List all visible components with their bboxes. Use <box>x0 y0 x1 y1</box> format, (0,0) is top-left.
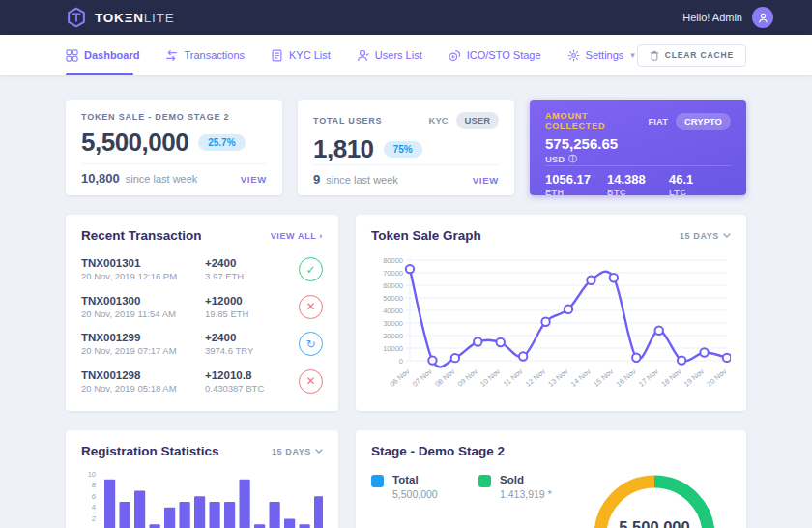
svg-text:16 Nov: 16 Nov <box>615 367 638 388</box>
tx-crypto-amount: 3974.6 TRY <box>205 345 299 356</box>
stage-legend: Total 5,500,000 Sold 1,413,919 * <box>371 474 572 528</box>
svg-text:50000: 50000 <box>383 294 403 303</box>
tab-ico-sto-stage[interactable]: ICO/STO Stage <box>449 35 541 75</box>
svg-text:60000: 60000 <box>383 281 403 290</box>
tab-label: ICO/STO Stage <box>467 49 541 61</box>
tab-settings[interactable]: Settings ▾ <box>567 35 635 75</box>
transaction-row[interactable]: TNX001300 20 Nov, 2019 11:54 AM +12000 1… <box>81 288 323 326</box>
crypto-amount-ltc: 46.1 LTC <box>669 172 731 197</box>
svg-text:2: 2 <box>92 514 96 523</box>
panel-title: Token Sale Graph <box>371 228 481 243</box>
token-sale-card: TOKEN SALE - DEMO STAGE 2 5,500,000 25.7… <box>66 100 282 195</box>
tab-kyc-list[interactable]: KYC List <box>271 35 331 75</box>
brand-name: TOKΞNLITE <box>95 11 175 25</box>
total-users-value: 1,810 <box>313 134 374 164</box>
transaction-row[interactable]: TNX001301 20 Nov, 2019 12:16 PM +2400 3.… <box>81 250 323 288</box>
clear-cache-label: CLEAR CACHE <box>665 50 734 60</box>
delta-caption: since last week <box>126 173 198 185</box>
crypto-amount-eth: 1056.17 ETH <box>545 172 607 197</box>
delta-caption: since last week <box>326 174 398 186</box>
tokenlite-hexagon-icon <box>66 7 87 28</box>
total-users-percent-badge: 75% <box>384 141 422 158</box>
stage-donut-chart: 5,500,000 TLE <box>582 468 727 528</box>
toggle-fiat[interactable]: FIAT <box>649 116 668 127</box>
view-link[interactable]: VIEW <box>241 174 267 185</box>
token-sale-percent-badge: 25.7% <box>198 134 245 151</box>
chevron-down-icon: ▾ <box>630 50 635 60</box>
svg-text:0: 0 <box>399 357 403 366</box>
toggle-crypto[interactable]: CRYPTO <box>676 113 731 130</box>
panel-title: Recent Transaction <box>81 228 202 243</box>
dashboard-grid-icon <box>66 49 78 62</box>
tab-dashboard[interactable]: Dashboard <box>66 35 139 75</box>
svg-text:20000: 20000 <box>383 332 403 340</box>
dashboard-content: TOKEN SALE - DEMO STAGE 2 5,500,000 25.7… <box>66 75 746 528</box>
brand-logo[interactable]: TOKΞNLITE <box>66 7 175 28</box>
app-header: TOKΞNLITE Hello! Admin <box>0 0 812 35</box>
clear-cache-button[interactable]: CLEAR CACHE <box>637 44 746 67</box>
fiat-crypto-toggle: FIAT CRYPTO <box>649 113 731 130</box>
svg-text:18 Nov: 18 Nov <box>659 367 682 388</box>
svg-text:40000: 40000 <box>383 307 403 315</box>
crypto-amount-btc: 14.388 BTC <box>607 172 669 197</box>
tab-label: Users List <box>375 49 422 61</box>
svg-text:07 Nov: 07 Nov <box>411 367 434 388</box>
svg-text:12 Nov: 12 Nov <box>524 367 547 388</box>
tab-label: Transactions <box>184 49 245 61</box>
range-dropdown[interactable]: 15 DAYS <box>680 231 731 241</box>
svg-text:14 Nov: 14 Nov <box>569 367 593 388</box>
svg-text:13 Nov: 13 Nov <box>546 367 569 388</box>
tab-label: Dashboard <box>84 49 139 61</box>
tx-amount: +2400 <box>205 257 299 269</box>
toggle-user[interactable]: USER <box>456 112 499 129</box>
panel-title: Registration Statistics <box>81 444 219 458</box>
transaction-row[interactable]: TNX001299 20 Nov, 2019 07:17 AM +2400 39… <box>81 325 323 363</box>
tx-date: 20 Nov, 2019 12:16 PM <box>81 271 205 281</box>
user-avatar[interactable] <box>752 7 773 28</box>
view-link[interactable]: VIEW <box>473 175 499 186</box>
tx-id: TNX001298 <box>81 369 205 381</box>
status-failed-icon[interactable]: ✕ <box>299 295 323 319</box>
svg-text:10 Nov: 10 Nov <box>478 367 502 388</box>
token-sale-line-chart: 0100002000030000400005000060000700008000… <box>356 249 746 401</box>
info-icon[interactable]: ⓘ <box>568 153 577 165</box>
svg-text:4: 4 <box>92 503 96 512</box>
range-label: 15 DAYS <box>272 447 311 456</box>
range-dropdown[interactable]: 15 DAYS <box>272 447 323 456</box>
svg-text:15 Nov: 15 Nov <box>592 367 615 388</box>
donut-center-label: 5,500,000 TLE <box>582 518 727 528</box>
svg-text:70000: 70000 <box>383 269 403 278</box>
status-success-icon[interactable]: ✓ <box>299 257 323 281</box>
card-title: TOTAL USERS <box>313 116 382 126</box>
delta-value: 10,800 <box>81 171 120 186</box>
tx-amount: +12010.8 <box>205 369 299 381</box>
recent-transactions-panel: Recent Transaction VIEW ALL › TNX001301 … <box>66 215 338 411</box>
tx-crypto-amount: 3.97 ETH <box>205 271 299 281</box>
transaction-row[interactable]: TNX001298 20 Nov, 2019 05:18 AM +12010.8… <box>81 363 323 400</box>
svg-text:11 Nov: 11 Nov <box>502 367 525 388</box>
svg-text:10: 10 <box>88 470 96 479</box>
tab-transactions[interactable]: Transactions <box>165 35 245 75</box>
tx-crypto-amount: 19.85 ETH <box>205 308 299 319</box>
status-failed-icon[interactable]: ✕ <box>299 369 323 394</box>
toggle-kyc[interactable]: KYC <box>429 115 449 126</box>
svg-text:19 Nov: 19 Nov <box>682 367 706 388</box>
total-users-card: TOTAL USERS KYC USER 1,810 75% 9 since l… <box>298 100 514 195</box>
tab-users-list[interactable]: Users List <box>357 35 422 75</box>
tx-id: TNX001300 <box>81 295 205 307</box>
view-all-link[interactable]: VIEW ALL › <box>271 231 323 241</box>
card-title: AMOUNT COLLECTED <box>545 111 649 131</box>
svg-text:80000: 80000 <box>383 256 403 265</box>
range-label: 15 DAYS <box>680 231 719 241</box>
tx-id: TNX001299 <box>81 332 205 343</box>
legend-item-sold: Sold 1,413,919 * <box>478 474 572 528</box>
tx-date: 20 Nov, 2019 11:54 AM <box>81 308 205 319</box>
tab-label: KYC List <box>289 49 331 61</box>
kyc-document-icon <box>271 49 283 62</box>
transactions-arrows-icon <box>165 49 178 62</box>
tx-amount: +2400 <box>205 332 299 343</box>
registration-bar-chart: 108642 <box>66 464 338 528</box>
svg-text:08 Nov: 08 Nov <box>433 367 456 388</box>
status-pending-icon[interactable]: ↻ <box>299 332 323 356</box>
chevron-down-icon <box>723 233 731 238</box>
